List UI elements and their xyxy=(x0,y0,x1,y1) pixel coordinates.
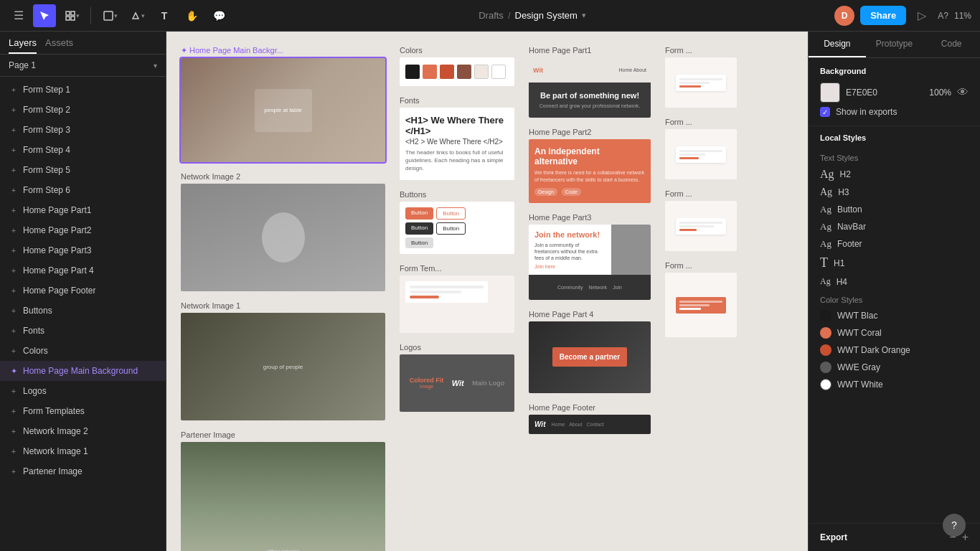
part1-hero: Be part of something new! Connect and gr… xyxy=(529,83,651,118)
colors-frame[interactable]: Colors xyxy=(400,46,514,86)
color-style-black-name: WWT Blac xyxy=(837,311,877,321)
form-btn xyxy=(679,308,701,310)
logos-frame[interactable]: Logos Colored Fit Image Wit Main Logo xyxy=(400,343,514,412)
buttons-frame[interactable]: Buttons Button Button Button Button xyxy=(400,190,514,254)
form-thumb-3-label: Form ... xyxy=(665,189,737,198)
breadcrumb-separator: / xyxy=(508,10,511,21)
form-thumb-3-frame[interactable]: Form ... xyxy=(665,189,737,251)
tab-design[interactable]: Design xyxy=(809,32,866,57)
home-page-footer-frame[interactable]: Home Page Footer Wit Home About Contact xyxy=(529,403,651,434)
layer-item[interactable]: +Form Step 1 xyxy=(0,80,166,100)
layer-label: Form Step 6 xyxy=(23,185,70,195)
layer-item[interactable]: +Form Step 3 xyxy=(0,120,166,140)
tab-prototype[interactable]: Prototype xyxy=(866,32,923,57)
bg-swatch[interactable] xyxy=(820,83,840,103)
left-panel: Layers Assets Page 1 ▾ +Form Step 1 +For… xyxy=(0,32,166,551)
text-tool[interactable]: T xyxy=(153,4,176,27)
home-page-part2-box: An independent alternative We think ther… xyxy=(529,139,651,203)
layer-item[interactable]: +Form Templates xyxy=(0,401,166,421)
layer-item[interactable]: +Home Page Part1 xyxy=(0,200,166,220)
layer-item[interactable]: +Fonts xyxy=(0,321,166,341)
layer-item[interactable]: +Home Page Part3 xyxy=(0,240,166,260)
tag1: Design xyxy=(534,188,557,196)
color-styles-label: Color Styles xyxy=(809,290,980,307)
breadcrumb-current[interactable]: Design System xyxy=(515,10,578,21)
footer-link2: About xyxy=(569,422,582,427)
layer-item[interactable]: +Home Page Footer xyxy=(0,281,166,301)
layer-label: Form Step 5 xyxy=(23,165,70,175)
text-style-button-row: Ag Button xyxy=(809,201,980,218)
layer-item[interactable]: +Colors xyxy=(0,341,166,361)
diamond-icon: ✦ xyxy=(9,366,19,376)
share-button[interactable]: Share xyxy=(860,6,906,25)
layer-label: Form Step 3 xyxy=(23,125,70,135)
form-thumb-4-frame[interactable]: Form ... xyxy=(665,261,737,337)
layer-item[interactable]: +Form Step 6 xyxy=(0,180,166,200)
fonts-frame[interactable]: Fonts <H1> We Where There </H1> <H2 > We… xyxy=(400,96,514,180)
layer-item[interactable]: +Logos xyxy=(0,381,166,401)
swatch-light xyxy=(474,65,489,79)
home-page-part1-label: Home Page Part1 xyxy=(529,46,651,55)
form-thumb-1-frame[interactable]: Form ... xyxy=(665,46,737,108)
home-page-part3-frame[interactable]: Home Page Part3 Join the network! Join a… xyxy=(529,213,651,300)
home-page-part1-frame[interactable]: Home Page Part1 Wit Home About Be part o… xyxy=(529,46,651,118)
home-page-main-bg-frame[interactable]: ✦ Home Page Main Backgr... people at tab… xyxy=(181,46,385,162)
topbar-right: D Share ▷ A? 11% xyxy=(834,6,971,26)
comment-tool[interactable]: 💬 xyxy=(207,4,230,27)
form-thumb-4-inner xyxy=(676,297,726,314)
page-selector[interactable]: Page 1 ▾ xyxy=(0,55,166,77)
layer-label: Home Page Part3 xyxy=(23,245,91,255)
bg-hex-value[interactable]: E7E0E0 xyxy=(846,88,923,98)
help-button[interactable]: ? xyxy=(943,514,966,537)
network-image-1-frame[interactable]: Network Image 1 group of people xyxy=(181,301,385,420)
layer-item[interactable]: +Home Page Part2 xyxy=(0,220,166,240)
layer-item[interactable]: +Network Image 1 xyxy=(0,441,166,461)
bg-opacity-value[interactable]: 100% xyxy=(929,88,951,98)
tab-code[interactable]: Code xyxy=(923,32,980,57)
shape-tool[interactable]: ▾ xyxy=(98,4,121,27)
layer-item[interactable]: +Buttons xyxy=(0,301,166,321)
layer-icon: + xyxy=(9,85,19,95)
select-tool[interactable] xyxy=(33,4,56,27)
layer-item[interactable]: +Form Step 4 xyxy=(0,140,166,160)
export-label: Export xyxy=(820,532,847,542)
layer-item-active[interactable]: ✦Home Page Main Background xyxy=(0,361,166,381)
swatch-coral xyxy=(423,65,437,79)
layer-icon: + xyxy=(9,265,19,276)
user-label: A? xyxy=(938,11,948,21)
partener-image-frame[interactable]: Partener Image office interior xyxy=(181,430,385,551)
home-page-footer-box: Wit Home About Contact xyxy=(529,415,651,434)
form-templates-frame[interactable]: Form Tem... xyxy=(400,264,514,333)
part1-nav-links: Home About xyxy=(618,67,646,72)
layer-item[interactable]: +Partener Image xyxy=(0,461,166,481)
show-exports-checkbox[interactable]: ✓ xyxy=(820,107,830,117)
tab-layers[interactable]: Layers xyxy=(9,37,37,54)
frame-tool[interactable]: ▾ xyxy=(60,4,83,27)
color-style-gray-row: WWE Gray xyxy=(809,359,980,376)
canvas-inner: ✦ Home Page Main Backgr... people at tab… xyxy=(166,32,808,551)
color-style-coral-name: WWT Coral xyxy=(837,328,882,338)
tab-assets[interactable]: Assets xyxy=(45,37,73,54)
layer-item[interactable]: +Form Step 2 xyxy=(0,100,166,120)
form-thumb-2-box xyxy=(665,129,737,179)
hand-tool[interactable]: ✋ xyxy=(180,4,203,27)
layer-item[interactable]: +Home Page Part 4 xyxy=(0,260,166,281)
layer-item[interactable]: +Form Step 5 xyxy=(0,160,166,180)
network-image-2-frame[interactable]: Network Image 2 xyxy=(181,172,385,291)
layer-icon: + xyxy=(9,165,19,175)
part3-footer: Community Network Join xyxy=(529,275,651,300)
breadcrumb-drafts[interactable]: Drafts xyxy=(479,10,504,21)
pen-tool[interactable]: ▾ xyxy=(126,4,149,27)
chevron-down-icon[interactable]: ▾ xyxy=(582,11,586,20)
layer-item[interactable]: +Network Image 2 xyxy=(0,421,166,441)
eye-icon[interactable]: 👁 xyxy=(957,86,969,99)
hamburger-icon[interactable]: ☰ xyxy=(9,6,29,26)
plus-icon[interactable]: + xyxy=(962,531,969,544)
home-page-part2-frame[interactable]: Home Page Part2 An independent alternati… xyxy=(529,128,651,203)
play-button[interactable]: ▷ xyxy=(912,6,932,26)
footer-logo: Wit xyxy=(534,420,545,428)
home-page-part4-frame[interactable]: Home Page Part 4 Become a partner xyxy=(529,310,651,393)
color-dot-white xyxy=(820,379,831,390)
form-thumb-2-frame[interactable]: Form ... xyxy=(665,118,737,179)
panel-tabs: Layers Assets xyxy=(0,32,166,55)
